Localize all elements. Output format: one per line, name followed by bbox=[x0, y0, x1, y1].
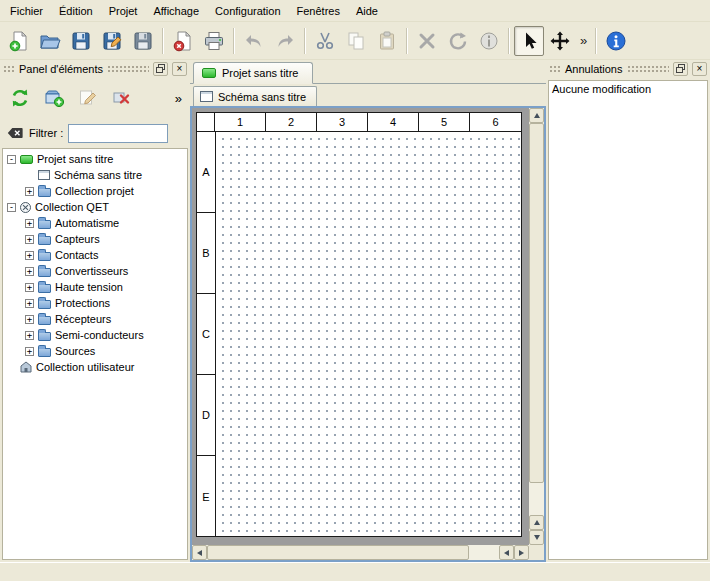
save-all-button[interactable] bbox=[128, 26, 158, 56]
tree-item-convertisseurs[interactable]: +Convertisseurs bbox=[3, 263, 187, 279]
redo-button[interactable] bbox=[270, 26, 300, 56]
select-mode-button[interactable] bbox=[514, 26, 544, 56]
ruler-column: 4 bbox=[368, 113, 419, 131]
menu-affichage[interactable]: Affichage bbox=[145, 2, 207, 20]
elements-panel-titlebar[interactable]: Panel d'éléments × bbox=[0, 60, 190, 78]
undo-history-item[interactable]: Aucune modification bbox=[552, 83, 704, 95]
elements-panel-title: Panel d'éléments bbox=[19, 63, 103, 75]
cut-button[interactable] bbox=[310, 26, 340, 56]
scroll-track[interactable] bbox=[469, 545, 499, 560]
tree-item-automatisme[interactable]: +Automatisme bbox=[3, 215, 187, 231]
column-ruler: 1 2 3 4 5 6 bbox=[197, 113, 521, 132]
tree-item-recepteurs[interactable]: +Récepteurs bbox=[3, 311, 187, 327]
schema-canvas[interactable]: 1 2 3 4 5 6 A B C D E bbox=[192, 108, 529, 545]
home-icon bbox=[20, 361, 32, 373]
print-button[interactable] bbox=[199, 26, 229, 56]
dock-close-button[interactable]: × bbox=[172, 62, 187, 76]
menu-configuration[interactable]: Configuration bbox=[207, 2, 288, 20]
tree-item-collection-projet[interactable]: +Collection projet bbox=[3, 183, 187, 199]
tree-item-label: Projet sans titre bbox=[37, 153, 113, 165]
elements-panel-dock: Panel d'éléments × » Filtrer : -Projet s… bbox=[0, 60, 190, 562]
expand-icon[interactable]: + bbox=[25, 235, 34, 244]
vertical-scroll-thumb[interactable] bbox=[529, 123, 544, 483]
tree-item-collection-qet[interactable]: -Collection QET bbox=[3, 199, 187, 215]
arrow-left-icon bbox=[504, 550, 509, 556]
dock-grip bbox=[549, 65, 561, 73]
folder-icon bbox=[38, 300, 51, 309]
clear-filter-icon[interactable] bbox=[6, 124, 24, 142]
scroll-track[interactable] bbox=[529, 483, 544, 515]
scroll-left-button[interactable] bbox=[499, 545, 514, 560]
expand-icon[interactable]: + bbox=[25, 347, 34, 356]
arrow-up-icon bbox=[534, 520, 540, 525]
horizontal-scrollbar[interactable] bbox=[192, 545, 529, 560]
expand-icon[interactable]: + bbox=[25, 331, 34, 340]
save-as-button[interactable] bbox=[97, 26, 127, 56]
copy-button[interactable] bbox=[341, 26, 371, 56]
expand-icon[interactable]: + bbox=[25, 267, 34, 276]
expand-icon[interactable]: + bbox=[25, 219, 34, 228]
tree-item-label: Automatisme bbox=[55, 217, 119, 229]
undo-button[interactable] bbox=[239, 26, 269, 56]
expand-icon[interactable]: + bbox=[25, 251, 34, 260]
tree-item-projet-sans-titre[interactable]: -Projet sans titre bbox=[3, 151, 187, 167]
expand-icon[interactable]: + bbox=[25, 299, 34, 308]
collapse-icon[interactable]: - bbox=[7, 203, 16, 212]
panel-overflow-button[interactable]: » bbox=[175, 91, 184, 106]
horizontal-scroll-thumb[interactable] bbox=[207, 545, 469, 560]
tree-item-schema-sans-titre[interactable]: Schéma sans titre bbox=[3, 167, 187, 183]
delete-element-button[interactable] bbox=[108, 84, 136, 112]
tree-item-label: Collection utilisateur bbox=[36, 361, 134, 373]
tree-item-semi-conducteurs[interactable]: +Semi-conducteurs bbox=[3, 327, 187, 343]
expand-icon[interactable]: + bbox=[25, 283, 34, 292]
undo-panel-titlebar[interactable]: Annulations × bbox=[546, 60, 710, 78]
new-element-button[interactable] bbox=[40, 84, 68, 112]
row-ruler: A B C D E bbox=[197, 132, 216, 536]
toolbar-overflow-button[interactable]: » bbox=[576, 33, 591, 48]
save-button[interactable] bbox=[66, 26, 96, 56]
scroll-up-button[interactable] bbox=[529, 515, 544, 530]
menu-edition[interactable]: Édition bbox=[51, 2, 101, 20]
menu-fenetres[interactable]: Fenêtres bbox=[289, 2, 348, 20]
dock-close-button[interactable]: × bbox=[692, 62, 707, 76]
close-file-button[interactable] bbox=[168, 26, 198, 56]
delete-button[interactable] bbox=[412, 26, 442, 56]
new-project-button[interactable] bbox=[4, 26, 34, 56]
about-button[interactable] bbox=[601, 26, 631, 56]
scroll-up-button[interactable] bbox=[529, 108, 544, 123]
menu-projet[interactable]: Projet bbox=[101, 2, 146, 20]
scroll-right-button[interactable] bbox=[514, 545, 529, 560]
open-project-button[interactable] bbox=[35, 26, 65, 56]
tree-item-label: Collection projet bbox=[55, 185, 134, 197]
dock-float-button[interactable] bbox=[153, 62, 168, 76]
edit-element-button[interactable] bbox=[74, 84, 102, 112]
scroll-left-button[interactable] bbox=[192, 545, 207, 560]
move-mode-button[interactable] bbox=[545, 26, 575, 56]
expand-icon[interactable]: + bbox=[25, 315, 34, 324]
tab-schema-sans-titre[interactable]: Schéma sans titre bbox=[193, 86, 317, 106]
paste-button[interactable] bbox=[372, 26, 402, 56]
expand-icon[interactable]: + bbox=[25, 187, 34, 196]
delete-x-icon bbox=[416, 30, 438, 52]
tree-item-sources[interactable]: +Sources bbox=[3, 343, 187, 359]
menu-aide[interactable]: Aide bbox=[348, 2, 386, 20]
tree-item-collection-utilisateur[interactable]: Collection utilisateur bbox=[3, 359, 187, 375]
tree-item-capteurs[interactable]: +Capteurs bbox=[3, 231, 187, 247]
scroll-down-button[interactable] bbox=[529, 530, 544, 545]
rotate-button[interactable] bbox=[443, 26, 473, 56]
tree-item-contacts[interactable]: +Contacts bbox=[3, 247, 187, 263]
properties-button[interactable] bbox=[474, 26, 504, 56]
vertical-scrollbar[interactable] bbox=[529, 108, 544, 545]
menu-fichier[interactable]: Fichier bbox=[2, 2, 51, 20]
dot-grid[interactable] bbox=[216, 132, 521, 536]
reload-collections-button[interactable] bbox=[6, 84, 34, 112]
ruler-row: C bbox=[197, 294, 215, 375]
tab-projet-sans-titre[interactable]: Projet sans titre bbox=[193, 62, 313, 84]
tree-item-label: Collection QET bbox=[35, 201, 109, 213]
subtab-label: Schéma sans titre bbox=[218, 91, 306, 103]
filter-input[interactable] bbox=[68, 124, 168, 143]
dock-float-button[interactable] bbox=[673, 62, 688, 76]
collapse-icon[interactable]: - bbox=[7, 155, 16, 164]
tree-item-haute-tension[interactable]: +Haute tension bbox=[3, 279, 187, 295]
tree-item-protections[interactable]: +Protections bbox=[3, 295, 187, 311]
